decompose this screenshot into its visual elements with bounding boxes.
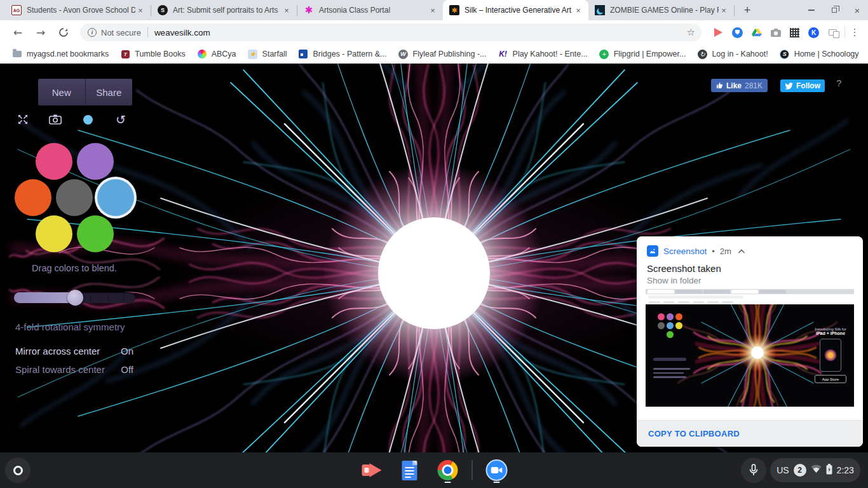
forward-icon[interactable]: → [32, 24, 49, 41]
mirror-setting[interactable]: Mirror across center On [15, 346, 133, 356]
chromeos-shelf: US 2 2:23 [0, 452, 868, 488]
bookmarks-overflow-chevron[interactable]: » [865, 49, 868, 59]
chrome-menu-icon[interactable]: ⋮ [848, 27, 862, 38]
minimize-button[interactable] [807, 6, 816, 15]
spiral-value: Off [121, 364, 133, 375]
spiral-label: Spiral towards center [15, 364, 105, 375]
screenshot-thumbnail[interactable]: Introducing Silk for iPad + iPhone App S… [646, 289, 854, 407]
omnibox-divider [147, 27, 148, 37]
flyleaf-icon: W [398, 49, 409, 59]
tab-title: Art: Submit self portraits to Arts [173, 6, 281, 15]
color-swatch-yellow[interactable] [36, 215, 72, 252]
facebook-like-button[interactable]: Like 281K [711, 79, 768, 92]
symmetry-label[interactable]: 4-fold rotational symmetry [15, 322, 125, 332]
bookmark-login-kahoot[interactable]: ↻Log in - Kahoot! [691, 47, 773, 61]
camera-extension-icon[interactable] [770, 27, 781, 38]
new-tab-button[interactable]: + [738, 1, 756, 19]
artsonia-icon: ✱ [304, 5, 314, 15]
undo-icon[interactable]: ↺ [113, 112, 128, 127]
notification-dot: • [712, 247, 715, 256]
new-button[interactable]: New [38, 79, 85, 105]
thumbnail-palette [656, 313, 684, 338]
show-in-folder-link[interactable]: Show in folder [637, 274, 863, 285]
thumbnail-promo: Introducing Silk for iPad + iPhone App S… [812, 327, 849, 383]
dualless-icon[interactable] [827, 27, 838, 38]
collapse-chevron-icon[interactable] [738, 245, 745, 257]
bookmark-star-icon[interactable]: ☆ [687, 27, 695, 38]
address-bar[interactable]: i Not secure weavesilk.com ☆ [80, 24, 702, 41]
screenshot-app-icon [647, 245, 658, 257]
copy-to-clipboard-button[interactable]: COPY TO CLIPBOARD [648, 429, 740, 438]
chrome-app-icon[interactable] [434, 456, 462, 484]
color-swatch-orange[interactable] [15, 179, 51, 216]
starfall-star-icon: ★ [248, 49, 258, 59]
launcher-button[interactable] [5, 458, 31, 483]
shelf-apps [358, 452, 511, 488]
bookmark-myagsd[interactable]: myagsd.net bookmarks [6, 47, 114, 61]
thumbnail-phone [820, 339, 841, 372]
bookmark-flipgrid[interactable]: +Flipgrid | Empower... [593, 47, 692, 61]
tab-artsonia-submit[interactable]: S Art: Submit self portraits to Arts × [151, 0, 297, 20]
microphone-button[interactable] [741, 458, 766, 483]
color-swatch-purple[interactable] [77, 143, 114, 180]
tab-avon-grove[interactable]: AG Students - Avon Grove School D × [5, 0, 151, 20]
close-icon[interactable]: × [135, 5, 146, 15]
kahoot-k-icon: K! [498, 49, 508, 59]
help-icon[interactable]: ? [836, 78, 841, 88]
page-info-icon[interactable]: i [88, 28, 97, 37]
screencastify-icon[interactable] [713, 27, 724, 38]
color-swatch-pink[interactable] [36, 143, 72, 180]
color-swatch-green[interactable] [77, 215, 114, 252]
bookmark-flyleaf[interactable]: WFlyleaf Publishing -... [393, 47, 492, 61]
close-icon[interactable]: × [719, 5, 729, 15]
close-icon[interactable]: × [428, 5, 438, 15]
qr-code-icon[interactable] [789, 27, 800, 38]
bookmark-schoology-home[interactable]: SHome | Schoology [774, 47, 865, 61]
url-text[interactable]: weavesilk.com [154, 28, 687, 37]
restore-button[interactable] [830, 6, 839, 15]
kami-icon[interactable]: K [808, 27, 819, 38]
mirror-value: On [121, 346, 133, 356]
notification-header: Screenshot • 2m [637, 236, 863, 257]
camera-icon[interactable] [48, 112, 63, 127]
screenshot-notification[interactable]: Screenshot • 2m Screenshot taken Show in… [637, 236, 863, 447]
running-indicator [494, 482, 500, 484]
close-icon[interactable]: × [281, 5, 292, 15]
screencastify-app-icon[interactable] [358, 456, 386, 484]
slider-handle[interactable] [67, 290, 83, 306]
tab-zombie-games[interactable]: ZOMBIE GAMES Online - Play Fr × [588, 0, 734, 20]
bookmark-bridges[interactable]: Bridges - Pattern &... [292, 47, 392, 61]
folder-icon [12, 49, 22, 59]
slider-tick [90, 294, 91, 301]
bookmark-tumble-books[interactable]: TTumble Books [114, 47, 191, 61]
brush-color-dot[interactable] [81, 112, 96, 127]
notification-time: 2m [720, 247, 731, 256]
color-swatch-blue-selected[interactable] [97, 179, 134, 216]
bookmark-play-kahoot[interactable]: K!Play Kahoot! - Ente... [492, 47, 593, 61]
like-label: Like [726, 81, 742, 90]
securly-shield-icon[interactable] [732, 27, 743, 38]
bookmark-starfall[interactable]: ★Starfall [242, 47, 293, 61]
close-window-button[interactable]: × [853, 6, 862, 15]
bookmarks-bar: myagsd.net bookmarks TTumble Books ABCya… [0, 44, 868, 64]
thumbnail-browser-chrome [646, 289, 854, 304]
zoom-app-icon[interactable] [483, 456, 511, 484]
close-icon[interactable]: × [573, 5, 583, 15]
toolbar-separator [844, 27, 845, 38]
brush-size-slider[interactable] [14, 292, 135, 303]
notification-footer: COPY TO CLIPBOARD [637, 420, 863, 447]
color-swatch-gray[interactable] [56, 179, 93, 216]
tab-silk-active[interactable]: ✱ Silk – Interactive Generative Art × [443, 0, 588, 20]
status-tray[interactable]: US 2 2:23 [770, 458, 860, 482]
bookmark-abcya[interactable]: ABCya [191, 47, 242, 61]
twitter-follow-button[interactable]: Follow [780, 79, 825, 92]
google-drive-icon[interactable] [751, 27, 762, 38]
spiral-setting[interactable]: Spiral towards center Off [15, 364, 133, 375]
share-button[interactable]: Share [86, 79, 133, 105]
fullscreen-icon[interactable] [15, 112, 31, 127]
tab-artsonia-portal[interactable]: ✱ Artsonia Class Portal × [297, 0, 443, 20]
google-docs-app-icon[interactable] [396, 456, 424, 484]
bridges-icon [298, 49, 308, 59]
back-icon[interactable]: ← [10, 24, 26, 41]
reload-icon[interactable] [55, 24, 72, 41]
